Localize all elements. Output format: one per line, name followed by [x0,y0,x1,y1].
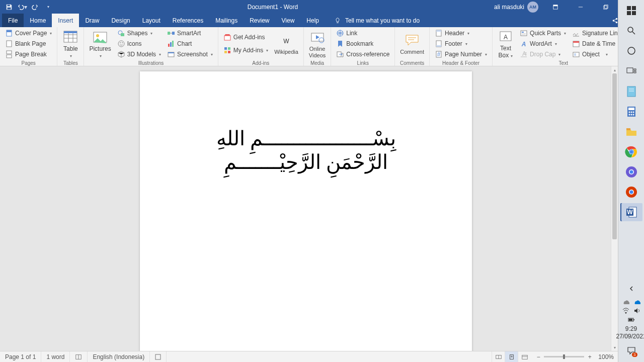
get-addins-button[interactable]: Get Add-ins [221,32,270,42]
zoom-out-button[interactable]: − [535,353,542,360]
document-body-text[interactable]: بِسْــــــــــــــــــمِ اللهِ الرَّحْمَ… [140,71,472,174]
scroll-up-button[interactable]: ▴ [611,66,618,73]
document-area: بِسْــــــــــــــــــمِ اللهِ الرَّحْمَ… [0,66,618,351]
undo-button[interactable]: ▾ [16,1,28,13]
shapes-icon [117,29,125,37]
onedrive-icon[interactable] [622,298,629,305]
header-button[interactable]: Header▾ [433,28,489,38]
svg-point-117 [629,191,633,194]
task-view-button[interactable] [620,62,642,79]
taskbar-app-calculator[interactable] [620,103,642,121]
taskbar-app-explorer[interactable] [620,123,642,141]
svg-rect-25 [64,31,77,33]
chart-button[interactable]: Chart [165,39,215,49]
tab-review[interactable]: Review [244,14,275,27]
maximize-button[interactable] [595,0,617,14]
svg-rect-37 [172,41,174,47]
redo-button[interactable] [29,1,41,13]
svg-point-103 [632,112,634,113]
qat-customize-button[interactable]: ▾ [42,1,54,13]
group-pages-label: Pages [0,60,57,66]
group-pages: Cover Page▾ Blank Page Page Break Pages [0,27,57,66]
ribbon-display-options-button[interactable] [544,0,567,14]
action-center-button[interactable]: 3 [620,342,642,359]
screenshot-button[interactable]: Screenshot▾ [165,49,215,59]
text-box-button[interactable]: A Text Box ▾ [495,28,517,59]
macro-recording-button[interactable] [150,351,167,362]
my-addins-button[interactable]: My Add-ins▾ [221,45,270,55]
book-icon [75,353,82,360]
3d-models-button[interactable]: 3D Models▾ [115,49,163,59]
cover-page-button[interactable]: Cover Page▾ [3,28,54,38]
status-bar: Page 1 of 1 1 word English (Indonesia) −… [0,351,618,362]
save-button[interactable] [3,1,15,13]
taskbar-app-chrome-3[interactable] [620,183,642,201]
tell-me-search[interactable]: Tell me what you want to do [325,14,420,27]
tab-mailings[interactable]: Mailings [209,14,244,27]
scroll-down-button[interactable]: ▾ [611,344,618,351]
cortana-button[interactable] [620,42,642,59]
scroll-thumb[interactable] [612,73,617,239]
tab-references[interactable]: References [167,14,209,27]
quick-parts-button[interactable]: Quick Parts▾ [518,28,568,38]
footer-button[interactable]: Footer▾ [433,39,489,49]
cross-reference-button[interactable]: Cross-reference [334,49,391,59]
group-addins-label: Add-ins [218,60,303,66]
zoom-in-button[interactable]: + [586,353,593,360]
tab-layout[interactable]: Layout [136,14,167,27]
online-videos-button[interactable]: Online Videos [306,28,329,59]
wordart-button[interactable]: AWordArt▾ [518,39,568,49]
taskbar-app-chrome-1[interactable] [620,143,642,161]
system-clock[interactable]: 9:29 27/09/2021 [616,325,644,340]
blank-page-button[interactable]: Blank Page [3,39,54,49]
shapes-button[interactable]: Shapes▾ [115,28,163,38]
vertical-scrollbar[interactable]: ▴ ▾ [611,66,618,351]
tray-overflow-button[interactable] [629,286,634,296]
svg-rect-40 [224,36,230,40]
tab-help[interactable]: Help [300,14,325,27]
language-status[interactable]: English (Indonesia) [88,351,150,362]
spell-check-button[interactable] [70,351,88,362]
volume-icon[interactable] [633,307,640,314]
comment-button[interactable]: Comment [397,28,427,59]
page-info[interactable]: Page 1 of 1 [0,351,41,362]
battery-icon[interactable] [628,316,635,323]
tab-insert[interactable]: Insert [52,14,79,27]
svg-text:W: W [283,38,289,45]
drop-cap-button[interactable]: ADrop Cap▾ [518,49,568,59]
user-account[interactable]: ali masduki AM [491,2,541,13]
zoom-slider-knob[interactable] [563,354,565,359]
svg-rect-87 [632,6,636,10]
wifi-icon[interactable] [622,307,629,314]
tab-draw[interactable]: Draw [79,14,105,27]
taskbar-app-chrome-2[interactable] [620,163,642,181]
smartart-button[interactable]: SmartArt [165,28,215,38]
table-button[interactable]: Table▾ [59,28,82,59]
page-number-button[interactable]: #Page Number▾ [433,49,489,59]
print-layout-button[interactable] [505,351,518,362]
web-layout-button[interactable] [518,351,531,362]
tab-file[interactable]: File [2,14,24,27]
search-button[interactable] [620,22,642,39]
minimize-button[interactable] [570,0,592,14]
chrome-canary-icon [625,165,638,178]
link-button[interactable]: Link [334,28,391,38]
wikipedia-button[interactable]: W Wikipedia [271,28,301,59]
start-button[interactable] [620,2,642,19]
tab-view[interactable]: View [276,14,301,27]
taskbar-app-word[interactable]: W [620,203,642,221]
system-date: 27/09/2021 [616,333,644,340]
bookmark-button[interactable]: Bookmark [334,39,391,49]
taskbar-app-notepad[interactable] [620,82,642,101]
icons-button[interactable]: Icons [115,39,163,49]
read-mode-button[interactable] [492,351,505,362]
zoom-percent[interactable]: 100% [598,353,614,360]
cloud-sync-icon[interactable] [633,298,640,305]
page-break-button[interactable]: Page Break [3,49,54,59]
tab-design[interactable]: Design [105,14,136,27]
document-page[interactable]: بِسْــــــــــــــــــمِ اللهِ الرَّحْمَ… [140,71,472,351]
zoom-slider[interactable] [544,356,584,357]
pictures-button[interactable]: Pictures▾ [86,28,114,59]
word-count[interactable]: 1 word [41,351,70,362]
tab-home[interactable]: Home [24,14,52,27]
